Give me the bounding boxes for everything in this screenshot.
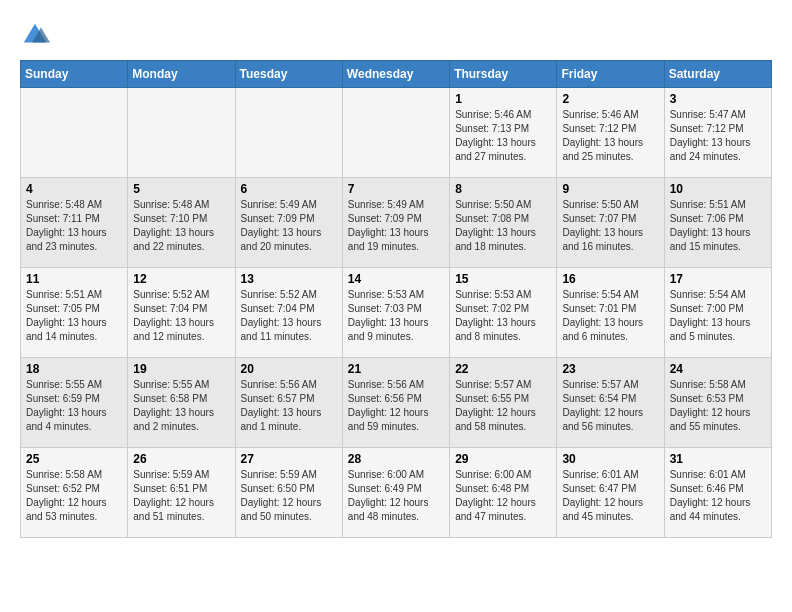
header-saturday: Saturday bbox=[664, 61, 771, 88]
day-number: 7 bbox=[348, 182, 444, 196]
calendar-cell: 23Sunrise: 5:57 AM Sunset: 6:54 PM Dayli… bbox=[557, 358, 664, 448]
calendar-cell: 18Sunrise: 5:55 AM Sunset: 6:59 PM Dayli… bbox=[21, 358, 128, 448]
day-number: 1 bbox=[455, 92, 551, 106]
calendar-week-row: 18Sunrise: 5:55 AM Sunset: 6:59 PM Dayli… bbox=[21, 358, 772, 448]
day-info: Sunrise: 5:46 AM Sunset: 7:13 PM Dayligh… bbox=[455, 108, 551, 164]
day-number: 18 bbox=[26, 362, 122, 376]
day-info: Sunrise: 6:00 AM Sunset: 6:48 PM Dayligh… bbox=[455, 468, 551, 524]
calendar-cell: 31Sunrise: 6:01 AM Sunset: 6:46 PM Dayli… bbox=[664, 448, 771, 538]
day-number: 16 bbox=[562, 272, 658, 286]
day-info: Sunrise: 5:46 AM Sunset: 7:12 PM Dayligh… bbox=[562, 108, 658, 164]
day-info: Sunrise: 5:57 AM Sunset: 6:54 PM Dayligh… bbox=[562, 378, 658, 434]
day-info: Sunrise: 5:50 AM Sunset: 7:07 PM Dayligh… bbox=[562, 198, 658, 254]
day-info: Sunrise: 5:53 AM Sunset: 7:03 PM Dayligh… bbox=[348, 288, 444, 344]
day-info: Sunrise: 5:56 AM Sunset: 6:56 PM Dayligh… bbox=[348, 378, 444, 434]
calendar-cell: 26Sunrise: 5:59 AM Sunset: 6:51 PM Dayli… bbox=[128, 448, 235, 538]
day-number: 13 bbox=[241, 272, 337, 286]
header-sunday: Sunday bbox=[21, 61, 128, 88]
calendar-header-row: SundayMondayTuesdayWednesdayThursdayFrid… bbox=[21, 61, 772, 88]
day-number: 12 bbox=[133, 272, 229, 286]
day-info: Sunrise: 5:56 AM Sunset: 6:57 PM Dayligh… bbox=[241, 378, 337, 434]
calendar-cell: 2Sunrise: 5:46 AM Sunset: 7:12 PM Daylig… bbox=[557, 88, 664, 178]
day-number: 5 bbox=[133, 182, 229, 196]
day-number: 25 bbox=[26, 452, 122, 466]
day-number: 19 bbox=[133, 362, 229, 376]
day-info: Sunrise: 5:51 AM Sunset: 7:05 PM Dayligh… bbox=[26, 288, 122, 344]
calendar-cell: 5Sunrise: 5:48 AM Sunset: 7:10 PM Daylig… bbox=[128, 178, 235, 268]
day-number: 26 bbox=[133, 452, 229, 466]
calendar-cell bbox=[342, 88, 449, 178]
day-info: Sunrise: 6:00 AM Sunset: 6:49 PM Dayligh… bbox=[348, 468, 444, 524]
calendar-cell: 25Sunrise: 5:58 AM Sunset: 6:52 PM Dayli… bbox=[21, 448, 128, 538]
day-info: Sunrise: 6:01 AM Sunset: 6:47 PM Dayligh… bbox=[562, 468, 658, 524]
day-info: Sunrise: 5:48 AM Sunset: 7:11 PM Dayligh… bbox=[26, 198, 122, 254]
day-number: 2 bbox=[562, 92, 658, 106]
calendar-cell: 24Sunrise: 5:58 AM Sunset: 6:53 PM Dayli… bbox=[664, 358, 771, 448]
calendar-cell: 11Sunrise: 5:51 AM Sunset: 7:05 PM Dayli… bbox=[21, 268, 128, 358]
day-number: 6 bbox=[241, 182, 337, 196]
day-info: Sunrise: 5:50 AM Sunset: 7:08 PM Dayligh… bbox=[455, 198, 551, 254]
day-info: Sunrise: 5:51 AM Sunset: 7:06 PM Dayligh… bbox=[670, 198, 766, 254]
calendar-cell: 21Sunrise: 5:56 AM Sunset: 6:56 PM Dayli… bbox=[342, 358, 449, 448]
day-info: Sunrise: 5:53 AM Sunset: 7:02 PM Dayligh… bbox=[455, 288, 551, 344]
day-number: 31 bbox=[670, 452, 766, 466]
calendar-table: SundayMondayTuesdayWednesdayThursdayFrid… bbox=[20, 60, 772, 538]
header-friday: Friday bbox=[557, 61, 664, 88]
calendar-week-row: 25Sunrise: 5:58 AM Sunset: 6:52 PM Dayli… bbox=[21, 448, 772, 538]
calendar-week-row: 11Sunrise: 5:51 AM Sunset: 7:05 PM Dayli… bbox=[21, 268, 772, 358]
calendar-cell: 17Sunrise: 5:54 AM Sunset: 7:00 PM Dayli… bbox=[664, 268, 771, 358]
day-info: Sunrise: 5:55 AM Sunset: 6:58 PM Dayligh… bbox=[133, 378, 229, 434]
page-header bbox=[20, 20, 772, 50]
day-number: 15 bbox=[455, 272, 551, 286]
day-number: 23 bbox=[562, 362, 658, 376]
day-info: Sunrise: 5:54 AM Sunset: 7:00 PM Dayligh… bbox=[670, 288, 766, 344]
calendar-cell: 29Sunrise: 6:00 AM Sunset: 6:48 PM Dayli… bbox=[450, 448, 557, 538]
day-number: 20 bbox=[241, 362, 337, 376]
day-info: Sunrise: 5:47 AM Sunset: 7:12 PM Dayligh… bbox=[670, 108, 766, 164]
day-info: Sunrise: 5:59 AM Sunset: 6:50 PM Dayligh… bbox=[241, 468, 337, 524]
day-number: 28 bbox=[348, 452, 444, 466]
calendar-cell: 30Sunrise: 6:01 AM Sunset: 6:47 PM Dayli… bbox=[557, 448, 664, 538]
calendar-cell bbox=[235, 88, 342, 178]
day-info: Sunrise: 5:49 AM Sunset: 7:09 PM Dayligh… bbox=[241, 198, 337, 254]
logo-icon bbox=[20, 20, 50, 50]
day-number: 3 bbox=[670, 92, 766, 106]
day-number: 14 bbox=[348, 272, 444, 286]
day-info: Sunrise: 5:54 AM Sunset: 7:01 PM Dayligh… bbox=[562, 288, 658, 344]
header-thursday: Thursday bbox=[450, 61, 557, 88]
calendar-week-row: 1Sunrise: 5:46 AM Sunset: 7:13 PM Daylig… bbox=[21, 88, 772, 178]
logo bbox=[20, 20, 54, 50]
calendar-cell bbox=[128, 88, 235, 178]
day-info: Sunrise: 6:01 AM Sunset: 6:46 PM Dayligh… bbox=[670, 468, 766, 524]
day-number: 4 bbox=[26, 182, 122, 196]
day-info: Sunrise: 5:48 AM Sunset: 7:10 PM Dayligh… bbox=[133, 198, 229, 254]
calendar-cell: 28Sunrise: 6:00 AM Sunset: 6:49 PM Dayli… bbox=[342, 448, 449, 538]
calendar-cell: 3Sunrise: 5:47 AM Sunset: 7:12 PM Daylig… bbox=[664, 88, 771, 178]
day-number: 22 bbox=[455, 362, 551, 376]
day-info: Sunrise: 5:49 AM Sunset: 7:09 PM Dayligh… bbox=[348, 198, 444, 254]
calendar-cell: 1Sunrise: 5:46 AM Sunset: 7:13 PM Daylig… bbox=[450, 88, 557, 178]
calendar-cell: 16Sunrise: 5:54 AM Sunset: 7:01 PM Dayli… bbox=[557, 268, 664, 358]
calendar-cell: 10Sunrise: 5:51 AM Sunset: 7:06 PM Dayli… bbox=[664, 178, 771, 268]
day-number: 24 bbox=[670, 362, 766, 376]
header-wednesday: Wednesday bbox=[342, 61, 449, 88]
calendar-cell: 8Sunrise: 5:50 AM Sunset: 7:08 PM Daylig… bbox=[450, 178, 557, 268]
day-info: Sunrise: 5:52 AM Sunset: 7:04 PM Dayligh… bbox=[241, 288, 337, 344]
calendar-cell: 9Sunrise: 5:50 AM Sunset: 7:07 PM Daylig… bbox=[557, 178, 664, 268]
calendar-cell: 13Sunrise: 5:52 AM Sunset: 7:04 PM Dayli… bbox=[235, 268, 342, 358]
calendar-cell: 20Sunrise: 5:56 AM Sunset: 6:57 PM Dayli… bbox=[235, 358, 342, 448]
day-number: 17 bbox=[670, 272, 766, 286]
calendar-cell: 6Sunrise: 5:49 AM Sunset: 7:09 PM Daylig… bbox=[235, 178, 342, 268]
day-info: Sunrise: 5:52 AM Sunset: 7:04 PM Dayligh… bbox=[133, 288, 229, 344]
day-number: 8 bbox=[455, 182, 551, 196]
calendar-cell: 19Sunrise: 5:55 AM Sunset: 6:58 PM Dayli… bbox=[128, 358, 235, 448]
calendar-cell bbox=[21, 88, 128, 178]
calendar-cell: 15Sunrise: 5:53 AM Sunset: 7:02 PM Dayli… bbox=[450, 268, 557, 358]
calendar-cell: 14Sunrise: 5:53 AM Sunset: 7:03 PM Dayli… bbox=[342, 268, 449, 358]
day-info: Sunrise: 5:58 AM Sunset: 6:53 PM Dayligh… bbox=[670, 378, 766, 434]
header-tuesday: Tuesday bbox=[235, 61, 342, 88]
day-number: 27 bbox=[241, 452, 337, 466]
calendar-cell: 12Sunrise: 5:52 AM Sunset: 7:04 PM Dayli… bbox=[128, 268, 235, 358]
calendar-cell: 22Sunrise: 5:57 AM Sunset: 6:55 PM Dayli… bbox=[450, 358, 557, 448]
calendar-cell: 4Sunrise: 5:48 AM Sunset: 7:11 PM Daylig… bbox=[21, 178, 128, 268]
